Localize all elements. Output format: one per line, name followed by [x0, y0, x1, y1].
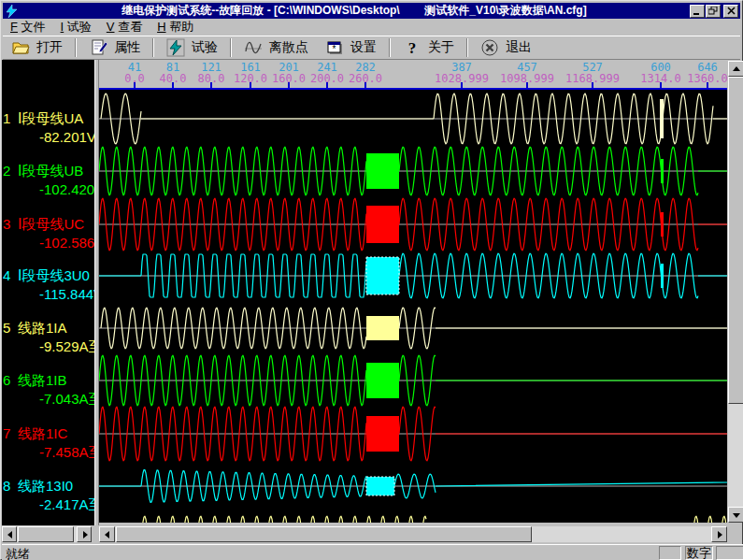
- fault-marker-square-8: [366, 477, 394, 495]
- channel-number: 1: [3, 110, 18, 126]
- channel-label-panel: 1Ⅰ段母线UA-82.201V至82Ⅰ段母线UB-102.420V至3Ⅰ段母线U…: [2, 60, 94, 525]
- label-panel-scrollbar[interactable]: [2, 526, 92, 542]
- toolbar-button-about[interactable]: ?关于: [394, 36, 463, 59]
- minimize-icon: [693, 7, 702, 15]
- ruler-tick: [210, 82, 212, 90]
- menu-item-view[interactable]: V 查看: [99, 18, 150, 37]
- channel-range: -82.201V至8: [39, 129, 94, 145]
- menu-item-help[interactable]: H 帮助: [150, 18, 201, 37]
- waveform-canvas: [99, 90, 727, 523]
- label-scroll-left-button[interactable]: [2, 526, 17, 542]
- toolbar-separator: [466, 38, 468, 57]
- vertical-scroll-thumb[interactable]: [728, 77, 743, 404]
- wave-scroll-thumb[interactable]: [116, 526, 532, 542]
- test-bolt-icon: [166, 38, 185, 57]
- toolbar-button-label: 关于: [428, 39, 454, 56]
- channel-number: 7: [3, 425, 18, 441]
- vertical-scrollbar[interactable]: [728, 61, 743, 523]
- fault-marker-square-3: [366, 206, 399, 243]
- arrow-left-icon: [105, 531, 109, 538]
- cursor-bar-2: [661, 159, 664, 183]
- cursor-bar-3: [661, 212, 664, 237]
- menu-item-test[interactable]: I 试验: [53, 18, 99, 37]
- ruler-tick: [250, 82, 251, 90]
- menu-bar: F 文件I 试验V 查看H 帮助: [3, 19, 740, 36]
- channel-name: 4Ⅰ段母线3U0: [3, 267, 90, 283]
- channel-range: -7.043A至7.: [39, 391, 94, 407]
- toolbar-button-label: 属性: [114, 39, 140, 56]
- wave-scroll-right-button[interactable]: [711, 526, 727, 542]
- settings-icon: *: [325, 38, 344, 57]
- close-icon: [727, 7, 736, 15]
- channel-name: 6线路1IB: [3, 372, 67, 388]
- minimize-button[interactable]: [690, 5, 705, 18]
- channel-number: 4: [3, 267, 18, 283]
- toolbar-separator: [230, 38, 232, 57]
- toolbar-button-label: 打开: [36, 39, 63, 56]
- ruler-tick: [288, 82, 290, 90]
- fault-marker-square-6: [366, 363, 399, 398]
- app-lightning-icon: [5, 5, 20, 18]
- status-message: 就绪: [6, 546, 30, 560]
- channel-range: -115.844V至: [39, 286, 94, 302]
- ruler-tick: [526, 82, 528, 90]
- channel-name: 8线路13I0: [3, 478, 73, 494]
- open-folder-icon: [11, 38, 30, 57]
- fault-marker-square-5: [366, 316, 399, 340]
- toolbar-button-label: 试验: [192, 39, 218, 56]
- waveform-area[interactable]: [99, 90, 727, 523]
- channel-range: -9.529A至14: [39, 338, 94, 354]
- ruler-tick: [660, 82, 662, 90]
- channel-number: 8: [3, 478, 18, 494]
- ruler-tick: [592, 82, 593, 90]
- app-window: 继电保护测试系统--故障回放 - [C:\WINDOWS\Desktop\ 测试…: [0, 0, 743, 560]
- ruler-tick: [134, 82, 136, 90]
- channel-name: 2Ⅰ段母线UB: [3, 163, 83, 179]
- wave-scroll-left-button[interactable]: [99, 526, 115, 542]
- toolbar-button-props[interactable]: 属性: [80, 36, 149, 59]
- window-title: 继电保护测试系统--故障回放 - [C:\WINDOWS\Desktop\ 测试…: [20, 3, 689, 19]
- toolbar-button-exit[interactable]: 退出: [472, 36, 540, 59]
- status-panel-2: [716, 546, 743, 560]
- channel-name: 5线路1IA: [3, 320, 67, 336]
- toolbar-button-settings[interactable]: *设置: [317, 36, 385, 59]
- scroll-up-button[interactable]: [728, 61, 743, 77]
- question-icon: ?: [403, 38, 422, 57]
- menu-item-file[interactable]: F 文件: [3, 18, 53, 37]
- svg-text:?: ?: [408, 39, 417, 57]
- svg-text:*: *: [333, 44, 336, 54]
- waveform-trace-9: [141, 516, 727, 523]
- toolbar-button-label: 设置: [350, 39, 377, 56]
- channel-range: -7.458A至7.: [39, 444, 94, 460]
- channel-range: -2.417A至4.: [39, 496, 94, 512]
- arrow-left-icon: [7, 531, 12, 538]
- status-panel-numeric: 数字: [685, 546, 713, 560]
- cursor-bar-4: [661, 264, 664, 288]
- cursor-bar-1: [660, 99, 664, 138]
- channel-number: 2: [3, 163, 18, 179]
- channel-number: 3: [3, 216, 18, 232]
- scroll-down-button[interactable]: [728, 507, 743, 523]
- toolbar-button-open[interactable]: 打开: [3, 36, 71, 59]
- time-ruler: 410.08140.012180.0161120.0201160.0241200…: [99, 61, 727, 90]
- toolbar-separator: [75, 38, 77, 57]
- ruler-tick: [461, 82, 463, 90]
- channel-name: 1Ⅰ段母线UA: [3, 110, 83, 126]
- arrow-down-icon: [733, 513, 740, 518]
- waveform-scrollbar[interactable]: [99, 526, 727, 542]
- label-scroll-right-button[interactable]: [77, 526, 92, 542]
- close-button[interactable]: [723, 5, 738, 18]
- discrete-wave-icon: [244, 38, 263, 57]
- label-scroll-thumb[interactable]: [18, 526, 74, 542]
- title-bar: 继电保护测试系统--故障回放 - [C:\WINDOWS\Desktop\ 测试…: [3, 3, 740, 19]
- arrow-right-icon: [718, 531, 722, 538]
- toolbar-separator: [389, 38, 391, 57]
- toolbar-button-test[interactable]: 试验: [158, 36, 226, 59]
- channel-name: 3Ⅰ段母线UC: [3, 216, 84, 232]
- fault-marker-square-2: [366, 153, 399, 189]
- status-panel-1: [659, 546, 681, 560]
- toolbar-button-discrete[interactable]: 离散点: [236, 36, 317, 59]
- restore-button[interactable]: [706, 5, 721, 18]
- status-bar: 就绪 数字: [2, 544, 743, 560]
- channel-range: -102.586V至: [39, 235, 94, 251]
